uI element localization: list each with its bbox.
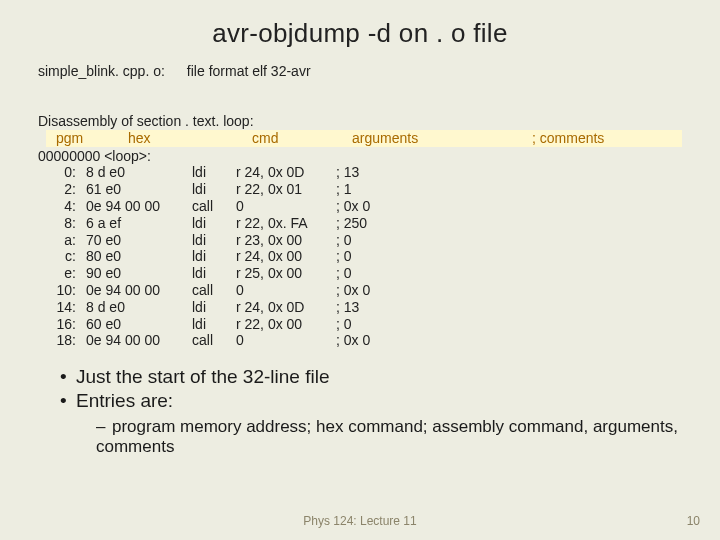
cell-cmd: ldi: [188, 316, 232, 333]
cell-addr: 2:: [38, 181, 80, 198]
disassembly-label: Disassembly of section . text. loop:: [38, 113, 682, 130]
cell-addr: e:: [38, 265, 80, 282]
cell-addr: 4:: [38, 198, 80, 215]
disasm-row: 18:0e 94 00 00call0; 0x 0: [38, 332, 682, 349]
cell-arg: 0: [232, 332, 334, 349]
cell-arg: r 24, 0x 0D: [232, 164, 334, 181]
loop-label: 00000000 <loop>:: [38, 148, 682, 165]
disasm-row: 16:60 e0ldir 22, 0x 00; 0: [38, 316, 682, 333]
cell-cmd: ldi: [188, 299, 232, 316]
col-hex: hex: [128, 130, 252, 147]
cell-com: ; 0x 0: [334, 198, 682, 215]
cell-hex: 0e 94 00 00: [80, 332, 188, 349]
disassembly-block: Disassembly of section . text. loop: pgm…: [38, 113, 682, 349]
cell-addr: a:: [38, 232, 80, 249]
cell-cmd: call: [188, 332, 232, 349]
cell-hex: 70 e0: [80, 232, 188, 249]
disasm-row: 10:0e 94 00 00call0; 0x 0: [38, 282, 682, 299]
cell-addr: 18:: [38, 332, 80, 349]
footer-center: Phys 124: Lecture 11: [0, 514, 720, 528]
cell-cmd: ldi: [188, 232, 232, 249]
disasm-row: 14:8 d e0ldir 24, 0x 0D; 13: [38, 299, 682, 316]
subbullet-1: –program memory address; hex command; as…: [38, 417, 682, 458]
cell-hex: 80 e0: [80, 248, 188, 265]
cell-arg: r 25, 0x 00: [232, 265, 334, 282]
col-arguments: arguments: [352, 130, 492, 147]
slide: avr-objdump -d on . o file simple_blink.…: [0, 0, 720, 457]
column-header-row: pgm hex cmd arguments ; comments: [46, 130, 682, 147]
cell-arg: r 22, 0x. FA: [232, 215, 334, 232]
file-name: simple_blink. cpp. o:: [38, 63, 165, 79]
cell-cmd: ldi: [188, 215, 232, 232]
bullet-1-text: Just the start of the 32-line file: [76, 366, 329, 387]
cell-hex: 6 a ef: [80, 215, 188, 232]
file-info: simple_blink. cpp. o:file format elf 32-…: [38, 63, 682, 79]
cell-cmd: call: [188, 198, 232, 215]
cell-hex: 0e 94 00 00: [80, 282, 188, 299]
page-number: 10: [687, 514, 700, 528]
cell-com: ; 13: [334, 299, 682, 316]
cell-addr: 16:: [38, 316, 80, 333]
cell-arg: r 22, 0x 00: [232, 316, 334, 333]
cell-com: ; 0x 0: [334, 282, 682, 299]
cell-cmd: ldi: [188, 181, 232, 198]
bullet-list: •Just the start of the 32-line file •Ent…: [38, 365, 682, 457]
cell-hex: 0e 94 00 00: [80, 198, 188, 215]
cell-hex: 8 d e0: [80, 164, 188, 181]
col-cmd: cmd: [252, 130, 352, 147]
cell-cmd: ldi: [188, 265, 232, 282]
cell-com: ; 1: [334, 181, 682, 198]
cell-com: ; 250: [334, 215, 682, 232]
cell-addr: 14:: [38, 299, 80, 316]
cell-com: ; 0: [334, 316, 682, 333]
cell-arg: r 23, 0x 00: [232, 232, 334, 249]
cell-com: ; 0: [334, 232, 682, 249]
subbullet-1-text: program memory address; hex command; ass…: [96, 417, 678, 456]
cell-arg: 0: [232, 282, 334, 299]
cell-com: ; 0x 0: [334, 332, 682, 349]
file-format: file format elf 32-avr: [187, 63, 311, 79]
cell-arg: 0: [232, 198, 334, 215]
bullet-1: •Just the start of the 32-line file: [38, 365, 682, 389]
cell-arg: r 24, 0x 0D: [232, 299, 334, 316]
cell-hex: 61 e0: [80, 181, 188, 198]
disasm-row: 4:0e 94 00 00call0; 0x 0: [38, 198, 682, 215]
cell-hex: 8 d e0: [80, 299, 188, 316]
cell-addr: c:: [38, 248, 80, 265]
cell-com: ; 0: [334, 248, 682, 265]
cell-com: ; 13: [334, 164, 682, 181]
cell-addr: 10:: [38, 282, 80, 299]
disasm-row: 8:6 a efldir 22, 0x. FA; 250: [38, 215, 682, 232]
cell-arg: r 24, 0x 00: [232, 248, 334, 265]
cell-cmd: ldi: [188, 164, 232, 181]
disasm-row: c:80 e0ldir 24, 0x 00; 0: [38, 248, 682, 265]
bullet-2: •Entries are:: [38, 389, 682, 413]
col-pgm: pgm: [48, 130, 128, 147]
cell-cmd: ldi: [188, 248, 232, 265]
disassembly-rows: 0:8 d e0ldir 24, 0x 0D; 132:61 e0ldir 22…: [38, 164, 682, 349]
bullet-2-text: Entries are:: [76, 390, 173, 411]
cell-com: ; 0: [334, 265, 682, 282]
cell-hex: 90 e0: [80, 265, 188, 282]
disasm-row: 2:61 e0ldir 22, 0x 01; 1: [38, 181, 682, 198]
cell-addr: 0:: [38, 164, 80, 181]
cell-addr: 8:: [38, 215, 80, 232]
cell-cmd: call: [188, 282, 232, 299]
disasm-row: 0:8 d e0ldir 24, 0x 0D; 13: [38, 164, 682, 181]
cell-hex: 60 e0: [80, 316, 188, 333]
cell-arg: r 22, 0x 01: [232, 181, 334, 198]
disasm-row: e:90 e0ldir 25, 0x 00; 0: [38, 265, 682, 282]
col-comments: ; comments: [492, 130, 680, 147]
disasm-row: a:70 e0ldir 23, 0x 00; 0: [38, 232, 682, 249]
slide-title: avr-objdump -d on . o file: [38, 18, 682, 49]
